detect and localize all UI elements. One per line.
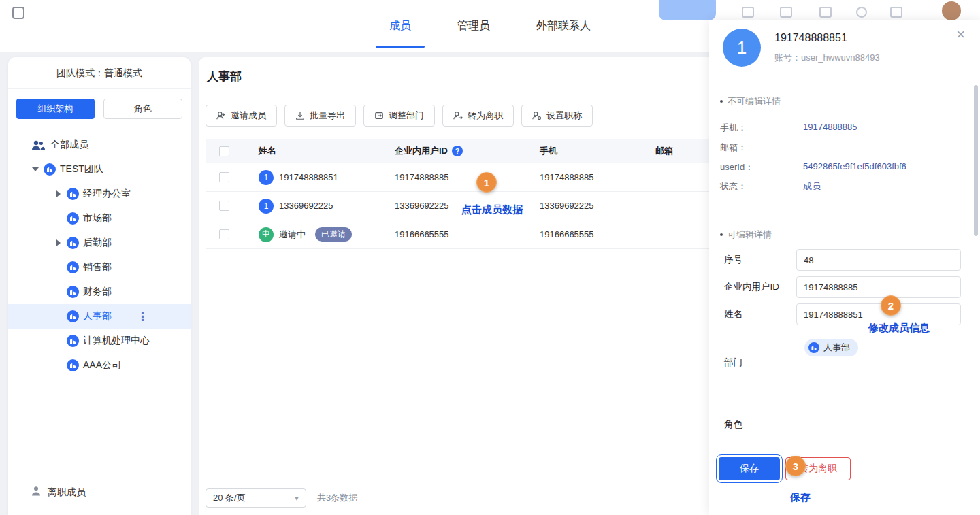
bullet-dot <box>720 100 723 103</box>
invited-badge: 已邀请 <box>315 227 352 242</box>
partial-bell-icon <box>890 7 902 18</box>
row-checkbox[interactable] <box>219 201 229 211</box>
field-value: 19174888885 <box>803 122 858 132</box>
resigned-label: 离职成员 <box>48 486 86 499</box>
column-label: 手机 <box>540 145 557 157</box>
sidebar-item-marketing-dept[interactable]: 市场部 <box>8 206 191 231</box>
drawer-scrollbar[interactable] <box>974 85 978 236</box>
serial-number-input[interactable] <box>796 249 961 271</box>
team-mode-label: 团队模式：普通模式 <box>8 57 191 89</box>
form-row-enterprise-id: 企业内用户ID <box>724 276 961 298</box>
department-tag[interactable]: 人事部 <box>804 339 858 356</box>
caret-right-icon[interactable] <box>54 239 63 247</box>
batch-export-button[interactable]: 批量导出 <box>284 105 356 127</box>
sidebar-item-finance-dept[interactable]: 财务部 <box>8 280 191 304</box>
enterprise-user-id-input[interactable] <box>796 276 961 298</box>
tab-label: 外部联系人 <box>536 19 591 33</box>
department-icon <box>67 286 79 298</box>
close-icon[interactable]: × <box>956 27 965 42</box>
org-structure-button[interactable]: 组织架构 <box>16 99 95 119</box>
save-button[interactable]: 保存 <box>719 457 780 480</box>
tab-admins[interactable]: 管理员 <box>434 0 513 52</box>
mode-switch: 组织架构 角色 <box>8 89 191 129</box>
section-label: 不可编辑详情 <box>728 95 781 107</box>
invite-member-button[interactable]: 邀请成员 <box>206 105 277 127</box>
person-gear-icon <box>532 111 542 120</box>
caret-slot <box>54 312 63 320</box>
form-label: 序号 <box>724 249 742 271</box>
tree-label: 经理办公室 <box>83 188 131 200</box>
sidebar-item-hr-dept[interactable]: 人事部 ⋮ <box>8 304 191 329</box>
member-phone: 19166665555 <box>540 229 594 239</box>
row-checkbox[interactable] <box>219 229 229 239</box>
member-user-id: 19174888885 <box>395 172 449 182</box>
sidebar-item-logistics-dept[interactable]: 后勤部 <box>8 231 191 255</box>
column-label: 邮箱 <box>655 145 673 157</box>
tree-label: 财务部 <box>83 286 112 298</box>
org-sidebar: 团队模式：普通模式 组织架构 角色 全部成员 TEST团队 经理办公室 市场部 <box>8 57 191 515</box>
tab-label: 管理员 <box>457 19 490 33</box>
readonly-section-title: 不可编辑详情 <box>720 95 781 107</box>
user-avatar <box>942 1 961 20</box>
annotation-step-2: 2 <box>881 295 901 316</box>
member-detail-drawer: × 1 191748888851 账号：user_hwwuvn88493 不可编… <box>709 20 980 515</box>
annotation-step-2-text: 修改成员信息 <box>868 322 930 335</box>
tree-label: 销售部 <box>83 261 112 273</box>
tab-bar: 成员 管理员 外部联系人 <box>366 0 614 52</box>
tree-label: 后勤部 <box>83 237 112 249</box>
readonly-field-userid: userId： 5492865fe9f1ef5df603fbf6 <box>720 161 966 173</box>
role-select-area[interactable] <box>796 400 961 442</box>
to-resigned-button[interactable]: 转为离职 <box>442 105 514 127</box>
toolbar: 邀请成员 批量导出 调整部门 转为离职 设置职称 <box>206 105 593 127</box>
more-icon[interactable]: ⋮ <box>137 311 148 322</box>
resigned-members-link[interactable]: 离职成员 <box>31 486 86 499</box>
tab-members[interactable]: 成员 <box>366 0 434 52</box>
department-field-label: 部门 <box>724 356 742 369</box>
row-checkbox[interactable] <box>219 172 229 182</box>
department-tag-label: 人事部 <box>823 342 850 354</box>
sidebar-item-sales-dept[interactable]: 销售部 <box>8 255 191 280</box>
column-label: 姓名 <box>259 145 276 157</box>
sidebar-item-test-team[interactable]: TEST团队 <box>8 157 191 182</box>
page-size-value: 20 条/页 <box>213 492 246 504</box>
member-user-id: 19166665555 <box>395 229 449 239</box>
field-label: userId： <box>720 162 753 172</box>
column-name: 姓名 <box>259 145 395 157</box>
caret-slot <box>54 214 63 222</box>
department-select-area[interactable]: 人事部 <box>796 333 961 386</box>
role-button[interactable]: 角色 <box>103 99 183 119</box>
caret-down-icon[interactable] <box>31 165 39 173</box>
tab-external-contacts[interactable]: 外部联系人 <box>513 0 614 52</box>
help-icon[interactable]: ? <box>452 146 463 156</box>
adjust-department-button[interactable]: 调整部门 <box>363 105 435 127</box>
chevron-down-icon: ▾ <box>295 493 299 503</box>
member-avatar: 1 <box>259 170 274 185</box>
tree-label: 计算机处理中心 <box>83 335 150 347</box>
tree-label: 市场部 <box>83 212 112 225</box>
partial-clock-icon <box>856 7 867 18</box>
section-label: 可编辑详情 <box>728 229 772 241</box>
set-title-button[interactable]: 设置职称 <box>521 105 593 127</box>
pagination: 20 条/页 ▾ 共3条数据 <box>206 488 357 508</box>
form-label: 姓名 <box>724 303 742 325</box>
tab-label: 成员 <box>389 19 411 33</box>
sidebar-item-aaa-company[interactable]: AAA公司 <box>8 353 191 378</box>
sidebar-item-manager-office[interactable]: 经理办公室 <box>8 182 191 206</box>
tree-label: TEST团队 <box>60 163 103 176</box>
partial-grid-icon <box>819 7 832 18</box>
caret-slot <box>54 263 63 271</box>
button-label: 调整部门 <box>389 110 424 122</box>
caret-right-icon[interactable] <box>54 190 63 198</box>
partial-doc-icon <box>742 7 754 18</box>
page-title: 人事部 <box>207 69 242 84</box>
button-label: 设置职称 <box>546 110 582 122</box>
sidebar-item-all-members[interactable]: 全部成员 <box>8 133 191 157</box>
resigned-person-icon <box>31 486 42 499</box>
department-icon <box>67 212 79 225</box>
member-avatar: 1 <box>259 199 274 214</box>
select-all-checkbox[interactable] <box>219 146 229 156</box>
sidebar-item-computer-center[interactable]: 计算机处理中心 <box>8 329 191 353</box>
caret-slot <box>54 337 63 345</box>
page-size-select[interactable]: 20 条/页 ▾ <box>206 488 306 508</box>
role-field-label: 角色 <box>724 418 742 431</box>
